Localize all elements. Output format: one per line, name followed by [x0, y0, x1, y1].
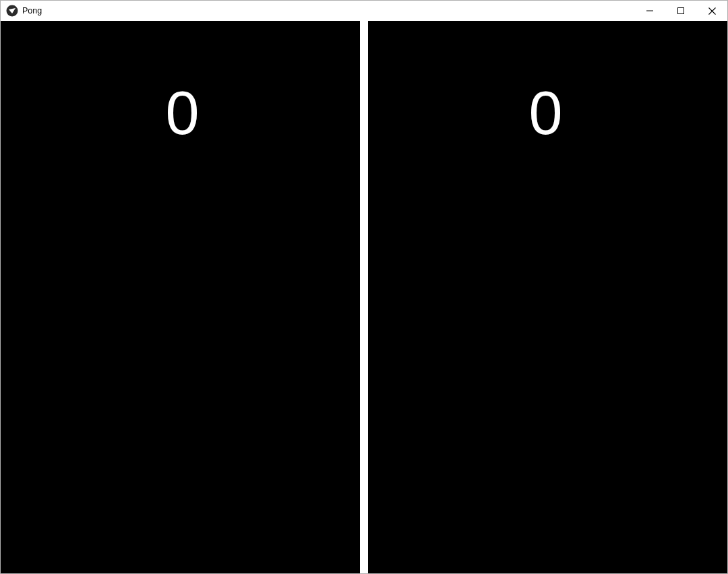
window-title: Pong: [22, 1, 42, 21]
window-titlebar[interactable]: Pong: [1, 1, 727, 21]
player-left-score: 0: [165, 83, 199, 144]
minimize-button[interactable]: [634, 1, 665, 21]
minimize-icon: [646, 7, 653, 14]
app-window: Pong 0 0: [0, 0, 728, 574]
center-net-divider: [360, 21, 368, 573]
close-icon: [708, 7, 716, 15]
svg-rect-2: [678, 8, 684, 14]
maximize-button[interactable]: [665, 1, 696, 21]
pong-app-icon: [6, 5, 18, 17]
player-right-score: 0: [528, 83, 562, 144]
maximize-icon: [677, 7, 684, 14]
window-controls: [634, 1, 727, 21]
pong-game-canvas[interactable]: 0 0: [1, 21, 727, 573]
close-button[interactable]: [696, 1, 727, 21]
